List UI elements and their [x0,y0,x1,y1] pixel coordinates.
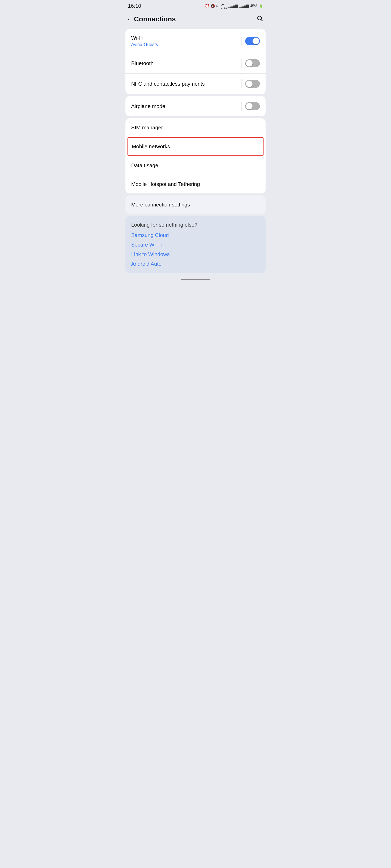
more-connection-card[interactable]: More connection settings [125,195,266,214]
looking-title: Looking for something else? [131,222,260,228]
airplane-card: Airplane mode [125,96,266,116]
battery-text: 45% [250,4,257,8]
sim-manager-label: SIM manager [131,124,163,131]
looking-link-to-windows[interactable]: Link to Windows [131,251,260,257]
data-usage-label: Data usage [131,162,158,168]
back-button[interactable]: ‹ [126,15,131,23]
airplane-toggle[interactable] [245,102,260,110]
wifi-label: Wi-Fi [131,35,158,41]
bluetooth-row[interactable]: Bluetooth [125,53,266,73]
looking-section: Looking for something else? Samsung Clou… [125,216,266,273]
wifi-network-name: Avina-Guests [131,42,158,47]
airplane-label: Airplane mode [131,103,165,110]
mobile-networks-row[interactable]: Mobile networks [128,137,263,156]
page-title: Connections [134,15,176,23]
mobile-networks-wrapper: Mobile networks [125,137,266,156]
nfc-toggle[interactable] [245,80,260,88]
home-indicator [122,275,269,283]
nfc-row[interactable]: NFC and contactless payments [125,73,266,94]
nfc-toggle-thumb [246,81,253,87]
bluetooth-toggle-thumb [246,60,253,66]
header-left: ‹ Connections [126,15,176,23]
mobile-hotspot-row[interactable]: Mobile Hotspot and Tethering [125,175,266,193]
airplane-toggle-group [241,102,260,111]
bluetooth-label: Bluetooth [131,60,153,66]
battery-icon: 🔋 [259,4,263,8]
status-icons: ⏰ 🔇 ((· VoLTE1 ▁▃▅▇ ▁▃▅▇ 45% 🔋 [205,3,263,9]
airplane-toggle-thumb [246,103,253,110]
more-connection-row[interactable]: More connection settings [125,195,266,214]
mute-icon: 🔇 [211,4,215,8]
wifi-divider [241,37,242,45]
looking-link-secure-wifi[interactable]: Secure Wi-Fi [131,242,260,248]
airplane-row[interactable]: Airplane mode [125,96,266,116]
nfc-label: NFC and contactless payments [131,81,205,87]
airplane-divider [241,102,242,111]
signal-bars-1-icon: ▁▃▅▇ [228,4,238,8]
more-connection-label: More connection settings [131,202,190,208]
bluetooth-toggle-group [241,59,260,68]
wifi-label-group: Wi-Fi Avina-Guests [131,35,158,47]
wifi-row[interactable]: Wi-Fi Avina-Guests [125,29,266,53]
mobile-networks-label: Mobile networks [132,144,170,150]
looking-link-samsung-cloud[interactable]: Samsung Cloud [131,232,260,239]
status-time: 16:10 [128,3,141,9]
svg-line-1 [261,20,262,21]
header: ‹ Connections [122,11,269,27]
looking-link-android-auto[interactable]: Android Auto [131,261,260,267]
lte-icon: VoLTE1 [221,3,227,9]
sim-manager-row[interactable]: SIM manager [125,118,266,137]
home-bar [181,279,210,280]
data-usage-row[interactable]: Data usage [125,156,266,175]
connectivity-card: Wi-Fi Avina-Guests Bluetooth NFC and con… [125,29,266,94]
bluetooth-divider [241,59,242,68]
mobile-hotspot-label: Mobile Hotspot and Tethering [131,181,200,187]
signal-bars-2-icon: ▁▃▅▇ [239,4,249,8]
bluetooth-toggle[interactable] [245,59,260,67]
status-bar: 16:10 ⏰ 🔇 ((· VoLTE1 ▁▃▅▇ ▁▃▅▇ 45% 🔋 [122,0,269,11]
wifi-toggle[interactable] [245,37,260,45]
wifi-toggle-group [241,37,260,45]
nfc-toggle-group [241,79,260,88]
search-button[interactable] [257,15,263,23]
wifi-toggle-thumb [253,38,259,44]
alarm-icon: ⏰ [205,4,210,8]
network-settings-card: SIM manager Mobile networks Data usage M… [125,118,266,193]
nfc-divider [241,79,242,88]
wifi-signal-icon: ((· [216,4,219,8]
